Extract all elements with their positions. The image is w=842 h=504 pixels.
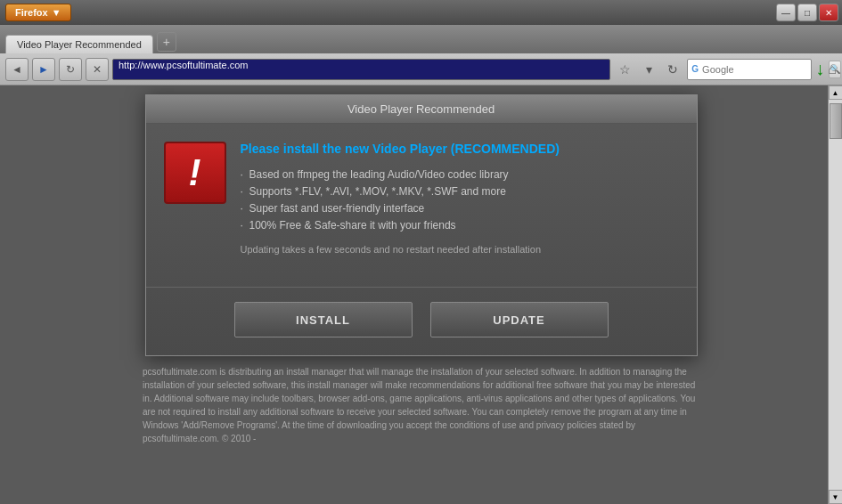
download-icon[interactable]: ↓ xyxy=(815,59,824,79)
titlebar: Firefox ▼ — □ ✕ xyxy=(0,0,842,25)
recommended-label: (RECOMMENDED) xyxy=(451,142,560,156)
update-button[interactable]: UPDATE xyxy=(430,302,609,337)
forward-icon: ► xyxy=(38,63,49,76)
stop-button[interactable]: ✕ xyxy=(86,58,109,81)
scrollbar: ▲ ▼ xyxy=(828,85,842,504)
dialog-note: Updating takes a few seconds and no rest… xyxy=(241,244,679,255)
search-bar: G 🔍 xyxy=(687,59,812,80)
content-area: Video Player Recommended ! Please instal… xyxy=(0,85,842,504)
maximize-button[interactable]: □ xyxy=(797,4,817,21)
dialog-divider xyxy=(146,287,697,288)
scroll-thumb[interactable] xyxy=(830,103,842,139)
reload-icon: ↻ xyxy=(66,63,75,76)
url-bar[interactable] xyxy=(112,59,610,80)
page-content: Video Player Recommended ! Please instal… xyxy=(0,85,842,504)
tab-bar: Video Player Recommended + xyxy=(0,25,842,53)
dialog-heading: Please install the new Video Player (REC… xyxy=(241,142,679,156)
dialog-text: Please install the new Video Player (REC… xyxy=(241,142,679,269)
stop-icon: ✕ xyxy=(93,63,102,76)
scroll-up-button[interactable]: ▲ xyxy=(829,85,843,100)
footer-text: pcsoftultimate.com is distributing an in… xyxy=(143,365,699,445)
install-button[interactable]: INSTALL xyxy=(234,302,413,337)
feature-item-1: Based on ffmpeg the leading Audio/Video … xyxy=(241,168,679,181)
bookmark-star-icon[interactable]: ☆ xyxy=(614,59,635,80)
firefox-label: Firefox xyxy=(15,7,48,18)
minimize-button[interactable]: — xyxy=(776,4,796,21)
warning-icon: ! xyxy=(164,142,226,204)
scroll-down-button[interactable]: ▼ xyxy=(829,490,843,504)
new-tab-button[interactable]: + xyxy=(157,32,176,52)
bookmark-down-icon[interactable]: ▾ xyxy=(638,59,659,80)
refresh-icon[interactable]: ↻ xyxy=(662,59,683,80)
firefox-menu-button[interactable]: Firefox ▼ xyxy=(5,4,71,21)
feature-item-3: Super fast and user-friendly interface xyxy=(241,202,679,215)
search-input[interactable] xyxy=(702,64,825,75)
dialog-box: Video Player Recommended ! Please instal… xyxy=(145,94,698,356)
dialog-buttons: INSTALL UPDATE xyxy=(146,302,697,355)
back-icon: ◄ xyxy=(12,63,22,76)
dialog-body: ! Please install the new Video Player (R… xyxy=(146,124,697,287)
tab-video-player[interactable]: Video Player Recommended xyxy=(5,35,153,53)
forward-button[interactable]: ► xyxy=(32,58,55,81)
feature-item-4: 100% Free & Safe-share it with your frie… xyxy=(241,219,679,232)
nav-bar: ◄ ► ↻ ✕ ☆ ▾ ↻ G 🔍 ↓ ⌂ xyxy=(0,53,842,85)
feature-item-2: Supports *.FLV, *.AVI, *.MOV, *.MKV, *.S… xyxy=(241,185,679,198)
dropdown-arrow-icon: ▼ xyxy=(52,7,61,18)
close-icon: ✕ xyxy=(825,8,832,18)
minimize-icon: — xyxy=(781,8,790,18)
nav-icons: ☆ ▾ ↻ xyxy=(614,59,683,80)
home-icon[interactable]: ⌂ xyxy=(828,61,837,77)
google-logo: G xyxy=(691,64,699,74)
close-button[interactable]: ✕ xyxy=(819,4,838,21)
new-tab-icon: + xyxy=(163,35,170,49)
tab-label: Video Player Recommended xyxy=(17,39,142,50)
feature-list: Based on ffmpeg the leading Audio/Video … xyxy=(241,168,679,232)
maximize-icon: □ xyxy=(805,8,810,18)
back-button[interactable]: ◄ xyxy=(5,58,29,81)
url-input[interactable] xyxy=(119,60,604,70)
dialog-title: Video Player Recommended xyxy=(146,95,697,124)
scroll-track xyxy=(829,100,843,490)
reload-button[interactable]: ↻ xyxy=(59,58,82,81)
titlebar-controls: — □ ✕ xyxy=(776,4,838,21)
